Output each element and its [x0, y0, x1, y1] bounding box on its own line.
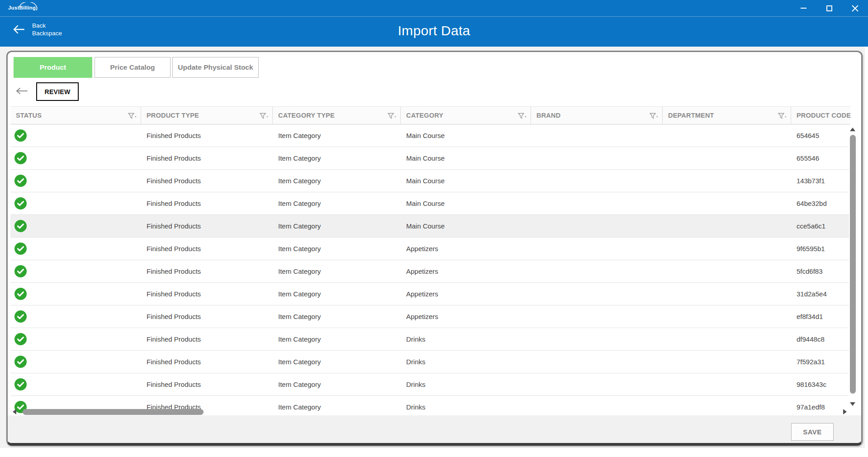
column-header-category[interactable]: CATEGORY.	[401, 107, 531, 124]
cell-product-code: ef8f34d1	[791, 305, 850, 328]
filter-icon[interactable]	[388, 113, 394, 119]
horizontal-scrollbar-thumb[interactable]	[23, 409, 204, 415]
filter-dot: .	[135, 111, 137, 119]
cell-product-type: Finished Products	[141, 328, 273, 350]
cell-brand	[531, 283, 663, 305]
cell-department	[663, 215, 791, 237]
column-header-brand[interactable]: BRAND.	[531, 107, 663, 124]
cell-category-type: Item Category	[273, 260, 401, 282]
cell-product-type: Finished Products	[141, 192, 273, 214]
filter-icon[interactable]	[650, 113, 656, 119]
cell-department	[663, 351, 791, 373]
cell-brand	[531, 192, 663, 214]
cell-product-type: Finished Products	[141, 351, 273, 373]
status-ok-icon	[14, 310, 27, 323]
scroll-left-icon[interactable]	[13, 409, 16, 414]
table-row[interactable]: Finished ProductsItem CategoryAppetizers…	[10, 283, 850, 305]
column-header-label: BRAND	[536, 112, 560, 119]
table-row[interactable]: Finished ProductsItem CategoryAppetizers…	[10, 305, 850, 328]
scroll-down-icon[interactable]	[850, 402, 855, 406]
status-ok-icon	[14, 197, 27, 209]
cell-brand	[531, 147, 663, 169]
filter-icon[interactable]	[260, 113, 266, 119]
status-ok-icon	[14, 378, 27, 390]
cell-product-type: Finished Products	[141, 305, 273, 328]
column-header-department[interactable]: DEPARTMENT.	[663, 107, 791, 124]
cell-category-type: Item Category	[273, 283, 401, 305]
grid-back-arrow-icon[interactable]	[16, 87, 28, 95]
vertical-scrollbar-thumb[interactable]	[850, 135, 856, 394]
cell-category-type: Item Category	[273, 238, 401, 260]
table-row[interactable]: Finished ProductsItem CategoryMain Cours…	[10, 215, 850, 238]
cell-brand	[531, 373, 663, 395]
table-row[interactable]: Finished ProductsItem CategoryMain Cours…	[10, 147, 850, 170]
table-row[interactable]: Finished ProductsItem CategoryAppetizers…	[10, 260, 850, 283]
filter-icon[interactable]	[518, 113, 524, 119]
cell-status	[10, 192, 141, 214]
status-ok-icon	[14, 152, 27, 164]
filter-icon[interactable]	[128, 113, 134, 119]
cell-department	[663, 283, 791, 305]
cell-department	[663, 238, 791, 260]
column-header-product-code[interactable]: PRODUCT CODE.	[791, 107, 863, 124]
column-header-label: PRODUCT CODE	[797, 112, 851, 119]
cell-department	[663, 305, 791, 328]
filter-dot: .	[266, 111, 268, 119]
column-header-category-type[interactable]: CATEGORY TYPE.	[273, 107, 401, 124]
cell-product-type: Finished Products	[141, 215, 273, 237]
cell-product-type: Finished Products	[141, 124, 273, 147]
cell-category-type: Item Category	[273, 373, 401, 395]
maximize-button[interactable]	[816, 0, 842, 16]
column-header-product-type[interactable]: PRODUCT TYPE.	[141, 107, 273, 124]
tab-product[interactable]: Product	[14, 57, 92, 78]
page-title: Import Data	[0, 23, 868, 38]
review-button[interactable]: REVIEW	[36, 82, 79, 101]
table-row[interactable]: Finished ProductsItem CategoryAppetizers…	[10, 238, 850, 260]
cell-status	[10, 147, 141, 169]
filter-icon[interactable]	[778, 113, 784, 119]
filter-dot: .	[394, 111, 396, 119]
cell-product-code: 143b73f1	[791, 170, 850, 192]
cell-category-type: Item Category	[273, 124, 401, 147]
cell-department	[663, 373, 791, 395]
cell-category-type: Item Category	[273, 351, 401, 373]
table-row[interactable]: Finished ProductsItem CategoryMain Cours…	[10, 192, 850, 215]
close-button[interactable]	[842, 0, 868, 16]
cell-product-code: 9f6595b1	[791, 238, 850, 260]
cell-status	[10, 305, 141, 328]
table-row[interactable]: Finished ProductsItem CategoryMain Cours…	[10, 124, 850, 147]
scroll-up-icon[interactable]	[850, 128, 855, 131]
app-header: Back Backspace Import Data	[0, 16, 868, 47]
column-header-status[interactable]: STATUS.	[10, 107, 141, 124]
cell-category-type: Item Category	[273, 215, 401, 237]
minimize-button[interactable]	[791, 0, 816, 16]
cell-product-code: 64be32bd	[791, 192, 850, 214]
import-table: STATUS.PRODUCT TYPE.CATEGORY TYPE.CATEGO…	[10, 106, 850, 414]
cell-product-code: cce5a6c1	[791, 215, 850, 237]
cell-brand	[531, 238, 663, 260]
vertical-scrollbar[interactable]	[849, 126, 857, 407]
status-ok-icon	[14, 333, 27, 345]
table-row[interactable]: Finished ProductsItem CategoryDrinks7f59…	[10, 351, 850, 373]
horizontal-scrollbar[interactable]	[10, 408, 849, 415]
cell-status	[10, 260, 141, 282]
table-row[interactable]: Finished ProductsItem CategoryDrinks9816…	[10, 373, 850, 396]
cell-category: Appetizers	[401, 260, 531, 282]
cell-brand	[531, 215, 663, 237]
cell-product-code: 5fcd6f83	[791, 260, 850, 282]
tab-update-physical-stock[interactable]: Update Physical Stock	[172, 57, 259, 78]
save-button[interactable]: SAVE	[791, 423, 834, 441]
logo-cloud-swoosh	[19, 2, 39, 8]
table-row[interactable]: Finished ProductsItem CategoryMain Cours…	[10, 170, 850, 192]
table-row[interactable]: Finished ProductsItem CategoryDrinksdf94…	[10, 328, 850, 351]
cell-status	[10, 328, 141, 350]
cell-product-code: 654645	[791, 124, 850, 147]
table-body: Finished ProductsItem CategoryMain Cours…	[10, 124, 850, 414]
column-header-label: PRODUCT TYPE	[147, 112, 199, 119]
column-header-label: STATUS	[16, 112, 42, 119]
cell-product-type: Finished Products	[141, 283, 273, 305]
cell-status	[10, 238, 141, 260]
tab-price-catalog[interactable]: Price Catalog	[95, 57, 171, 78]
column-header-label: DEPARTMENT	[668, 112, 714, 119]
scroll-right-icon[interactable]	[843, 409, 847, 414]
